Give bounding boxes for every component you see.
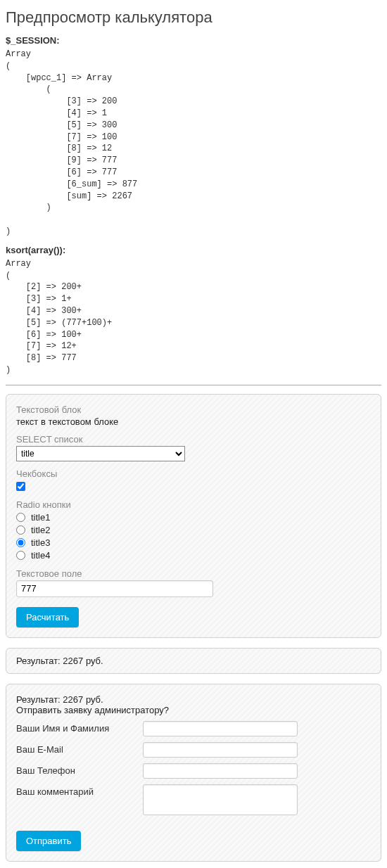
result-1-text: Результат: 2267 руб. [16, 656, 371, 666]
calculate-button[interactable]: Расчитать [16, 607, 79, 627]
result-panel-2: Результат: 2267 руб. Отправить заявку ад… [6, 684, 381, 862]
ksort-label: ksort(array()): [6, 245, 381, 255]
name-input[interactable] [143, 721, 298, 736]
select-input[interactable]: title [16, 446, 185, 461]
radio-title2[interactable] [16, 525, 25, 535]
textblock-value: текст в текстовом блоке [16, 416, 371, 427]
checkbox-label: Чекбоксы [16, 468, 371, 479]
phone-label: Ваш Телефон [16, 763, 143, 776]
calculator-panel: Текстовой блок текст в текстовом блоке S… [6, 394, 381, 638]
radio-title4-label: title4 [31, 550, 50, 561]
session-dump: Array ( [wpcc_1] => Array ( [3] => 200 [… [6, 49, 381, 238]
textblock-label: Текстовой блок [16, 404, 371, 415]
select-label: SELECT список [16, 434, 371, 445]
name-label: Ваши Имя и Фамилия [16, 721, 143, 734]
radio-label: Radio кнопки [16, 499, 371, 510]
comment-label: Ваш комментарий [16, 784, 143, 797]
result-panel-1: Результат: 2267 руб. [6, 648, 381, 674]
phone-input[interactable] [143, 763, 298, 779]
ksort-dump: Array ( [2] => 200+ [3] => 1+ [4] => 300… [6, 258, 381, 376]
result-2-question: Отправить заявку администратору? [16, 705, 371, 715]
textfield-label: Текстовое поле [16, 568, 371, 579]
radio-title3[interactable] [16, 538, 25, 547]
session-label: $_SESSION: [6, 35, 381, 46]
result-2-text: Результат: 2267 руб. [16, 694, 371, 705]
radio-title3-label: title3 [31, 537, 50, 548]
textfield-input[interactable] [16, 580, 213, 597]
page-title: Предпросмотр калькулятора [6, 8, 381, 27]
email-label: Ваш E-Mail [16, 742, 143, 755]
email-input[interactable] [143, 742, 298, 758]
send-button[interactable]: Отправить [16, 831, 81, 851]
radio-title1-label: title1 [31, 512, 50, 523]
radio-title2-label: title2 [31, 525, 50, 535]
divider [6, 385, 381, 385]
radio-title4[interactable] [16, 551, 25, 560]
checkbox-input[interactable] [16, 482, 25, 491]
radio-title1[interactable] [16, 513, 25, 522]
comment-input[interactable] [143, 784, 298, 815]
